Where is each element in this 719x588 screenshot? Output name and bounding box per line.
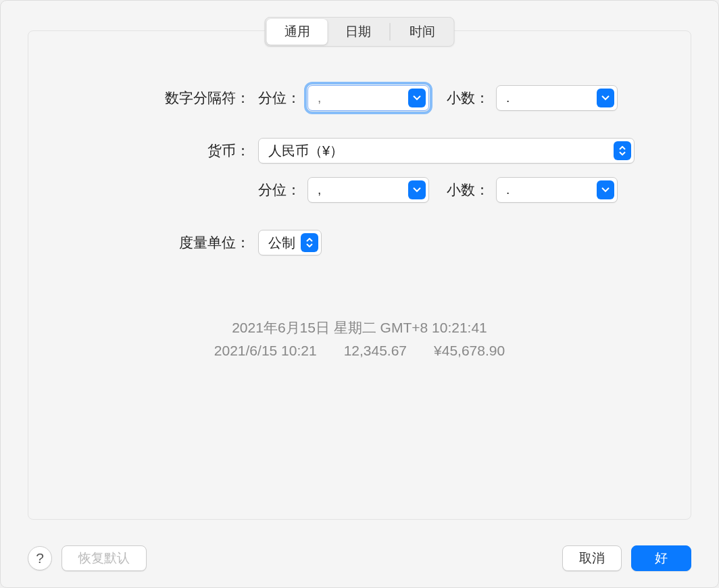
combo-currency-grouping-value: ,	[318, 182, 403, 197]
row-currency: 货币： 人民币（¥）	[55, 138, 664, 164]
chevron-down-icon	[408, 89, 426, 107]
popup-currency[interactable]: 人民币（¥）	[258, 138, 635, 164]
label-number-separator: 数字分隔符：	[55, 89, 258, 107]
label-currency-decimal: 小数：	[447, 180, 489, 199]
tab-time[interactable]: 时间	[392, 19, 453, 45]
label-grouping: 分位：	[258, 89, 301, 107]
combo-number-grouping-value: ,	[318, 91, 403, 105]
label-measurement: 度量单位：	[55, 233, 258, 252]
preview-line1: 2021年6月15日 星期二 GMT+8 10:21:41	[55, 316, 664, 339]
footer-bar: ? 恢复默认 取消 好	[28, 545, 691, 571]
label-currency-grouping: 分位：	[258, 180, 301, 199]
combo-number-decimal-value: .	[506, 91, 591, 105]
chevron-down-icon	[597, 89, 614, 107]
combo-currency-grouping[interactable]: ,	[307, 177, 429, 203]
preview-line2: 2021/6/15 10:21 12,345.67 ¥45,678.90	[55, 339, 664, 362]
chevron-down-icon	[597, 180, 614, 199]
help-button[interactable]: ?	[28, 546, 52, 570]
tab-date[interactable]: 日期	[328, 19, 389, 45]
row-measurement: 度量单位： 公制	[55, 230, 664, 255]
preview-currency: ¥45,678.90	[434, 339, 505, 362]
updown-icon	[301, 233, 318, 252]
segmented-control: 通用 日期 时间	[265, 17, 455, 47]
preferences-window: 通用 日期 时间 数字分隔符： 分位： , 小数： .	[0, 0, 719, 588]
preview-datetime: 2021/6/15 10:21	[214, 339, 317, 362]
popup-currency-value: 人民币（¥）	[268, 142, 608, 160]
chevron-down-icon	[408, 180, 426, 199]
tab-general[interactable]: 通用	[267, 19, 328, 45]
format-preview: 2021年6月15日 星期二 GMT+8 10:21:41 2021/6/15 …	[55, 316, 664, 362]
ok-button[interactable]: 好	[631, 545, 691, 571]
cancel-button[interactable]: 取消	[562, 545, 622, 571]
tab-separator	[390, 23, 391, 41]
label-decimal: 小数：	[447, 89, 489, 107]
row-number-separator: 数字分隔符： 分位： , 小数： .	[55, 85, 664, 111]
combo-currency-decimal[interactable]: .	[496, 177, 618, 203]
popup-measurement-value: 公制	[268, 234, 295, 252]
preview-number: 12,345.67	[344, 339, 407, 362]
combo-number-decimal[interactable]: .	[496, 85, 618, 111]
row-currency-separators: 分位： , 小数： .	[55, 177, 664, 203]
label-currency: 货币：	[55, 141, 258, 160]
updown-icon	[614, 141, 631, 160]
content-panel: 数字分隔符： 分位： , 小数： . 货币： 人民币（¥）	[28, 30, 691, 520]
restore-defaults-button[interactable]: 恢复默认	[61, 545, 147, 571]
tabs-bar: 通用 日期 时间	[265, 17, 455, 47]
combo-currency-decimal-value: .	[506, 182, 591, 197]
popup-measurement[interactable]: 公制	[258, 230, 322, 255]
combo-number-grouping[interactable]: ,	[307, 85, 429, 111]
